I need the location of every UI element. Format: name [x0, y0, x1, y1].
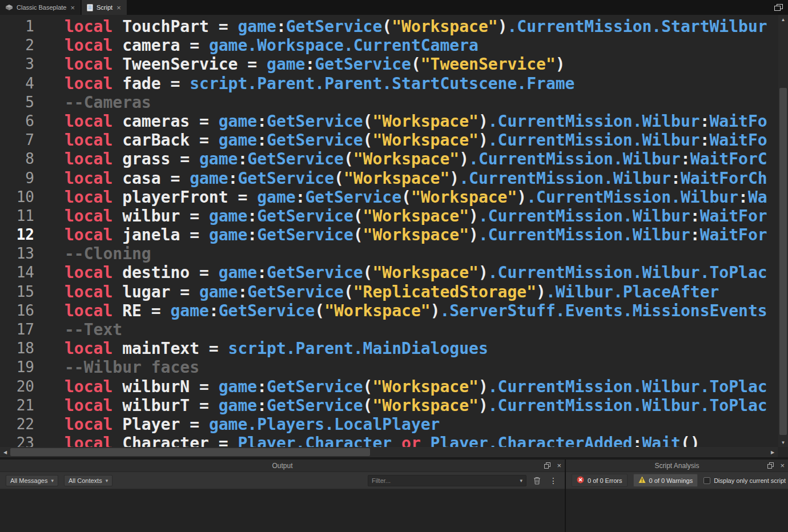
- script-analysis-panel: Script Analysis × 0 of 0 Errors 0 of 0 W…: [566, 460, 788, 532]
- output-panel-header: Output ×: [0, 460, 565, 472]
- errors-count-label: 0 of 0 Errors: [588, 477, 622, 484]
- line-number: 18: [0, 339, 60, 358]
- tabbar-spacer: [128, 0, 769, 15]
- code-line[interactable]: 16local RE = game:GetService("Workspace"…: [0, 301, 788, 320]
- line-number: 2: [0, 36, 60, 55]
- code-line[interactable]: 4local fade = script.Parent.Parent.Start…: [0, 74, 788, 93]
- code-line[interactable]: 22local Player = game.Players.LocalPlaye…: [0, 415, 788, 434]
- code-text: --Cameras: [60, 93, 151, 112]
- code-line[interactable]: 20local wilburN = game:GetService("Works…: [0, 377, 788, 396]
- code-line[interactable]: 21local wilburT = game:GetService("Works…: [0, 396, 788, 415]
- window-layout-icon[interactable]: [769, 0, 788, 15]
- message-filter-dropdown[interactable]: All Messages ▾: [6, 475, 58, 486]
- code-text: local Player = game.Players.LocalPlayer: [60, 415, 440, 434]
- line-number: 20: [0, 377, 60, 396]
- checkbox-label[interactable]: Display only current script: [714, 477, 786, 484]
- line-number: 9: [0, 169, 60, 188]
- code-editor[interactable]: 1local TouchPart = game:GetService("Work…: [0, 15, 788, 447]
- code-text: --Wilbur faces: [60, 358, 199, 377]
- vertical-scrollbar[interactable]: ▲ ▼: [778, 15, 788, 447]
- code-line[interactable]: 10local playerFront = game:GetService("W…: [0, 188, 788, 207]
- close-icon[interactable]: ×: [116, 4, 122, 11]
- code-text: --Cloning: [60, 244, 151, 263]
- output-toolbar: All Messages ▾ All Contexts ▾ ▾ ⋮: [0, 472, 565, 489]
- code-text: --Text: [60, 320, 122, 339]
- more-options-icon[interactable]: ⋮: [548, 477, 559, 485]
- context-filter-dropdown[interactable]: All Contexts ▾: [64, 475, 112, 486]
- code-line[interactable]: 9local casa = game:GetService("Workspace…: [0, 169, 788, 188]
- scroll-right-arrow-icon[interactable]: ▶: [767, 447, 778, 457]
- panel-title: Script Analysis: [566, 462, 788, 470]
- code-line[interactable]: 8local grass = game:GetService("Workspac…: [0, 150, 788, 168]
- horizontal-scroll-thumb[interactable]: [10, 448, 370, 456]
- code-line[interactable]: 6local cameras = game:GetService("Worksp…: [0, 112, 788, 131]
- line-number: 17: [0, 320, 60, 339]
- code-text: local wilburN = game:GetService("Workspa…: [60, 377, 767, 396]
- close-panel-icon[interactable]: ×: [557, 462, 561, 469]
- code-text: local grass = game:GetService("Workspace…: [60, 150, 767, 168]
- line-number: 21: [0, 396, 60, 415]
- code-line[interactable]: 1local TouchPart = game:GetService("Work…: [0, 17, 788, 36]
- script-analysis-toolbar: 0 of 0 Errors 0 of 0 Warnings Display on…: [566, 472, 788, 489]
- code-line[interactable]: 19--Wilbur faces: [0, 358, 788, 377]
- code-line[interactable]: 11local wilbur = game:GetService("Worksp…: [0, 207, 788, 225]
- output-log-area: [0, 489, 565, 532]
- code-line[interactable]: 15local lugar = game:GetService("Replica…: [0, 283, 788, 301]
- horizontal-scroll-track[interactable]: [10, 447, 767, 457]
- vertical-scroll-thumb[interactable]: [779, 88, 787, 435]
- code-text: local TweenService = game:GetService("Tw…: [60, 55, 565, 74]
- warnings-filter-button[interactable]: 0 of 0 Warnings: [633, 474, 698, 487]
- line-number: 22: [0, 415, 60, 434]
- code-text: local RE = game:GetService("Workspace").…: [60, 301, 767, 320]
- tab-script[interactable]: Script ×: [82, 0, 127, 15]
- code-line[interactable]: 7local carBack = game:GetService("Worksp…: [0, 131, 788, 150]
- line-number: 1: [0, 17, 60, 36]
- tab-classic-baseplate[interactable]: Classic Baseplate ×: [0, 0, 81, 15]
- horizontal-scrollbar[interactable]: ◀ ▶: [0, 447, 778, 457]
- code-text: local playerFront = game:GetService("Wor…: [60, 188, 767, 207]
- code-text: local camera = game.Workspace.CurrentCam…: [60, 36, 479, 55]
- float-panel-icon[interactable]: [543, 461, 552, 470]
- horizontal-scrollbar-row: ◀ ▶: [0, 447, 788, 457]
- code-line[interactable]: 5--Cameras: [0, 93, 788, 112]
- tab-bar: Classic Baseplate × Script ×: [0, 0, 788, 15]
- line-number: 14: [0, 263, 60, 282]
- code-line[interactable]: 13--Cloning: [0, 244, 788, 263]
- warnings-count-label: 0 of 0 Warnings: [649, 477, 693, 484]
- code-line[interactable]: 12local janela = game:GetService("Worksp…: [0, 225, 788, 244]
- line-number: 3: [0, 55, 60, 74]
- clear-output-trash-icon[interactable]: [532, 475, 542, 486]
- checkbox[interactable]: [703, 477, 710, 484]
- scroll-up-arrow-icon[interactable]: ▲: [778, 15, 788, 24]
- close-panel-icon[interactable]: ×: [780, 462, 785, 469]
- dropdown-label: All Messages: [10, 477, 47, 484]
- code-text: local fade = script.Parent.Parent.StartC…: [60, 74, 574, 93]
- float-panel-icon[interactable]: [766, 461, 775, 470]
- panel-title: Output: [0, 462, 565, 470]
- code-line[interactable]: 18local mainText = script.Parent.MainDia…: [0, 339, 788, 358]
- line-number: 19: [0, 358, 60, 377]
- script-icon: [87, 4, 93, 11]
- code-line[interactable]: 3local TweenService = game:GetService("T…: [0, 55, 788, 74]
- scroll-left-arrow-icon[interactable]: ◀: [0, 447, 10, 457]
- filter-input[interactable]: [372, 477, 517, 484]
- chevron-down-icon[interactable]: ▾: [520, 478, 522, 483]
- line-number: 16: [0, 301, 60, 320]
- script-analysis-header: Script Analysis ×: [566, 460, 788, 472]
- filter-field[interactable]: ▾: [368, 475, 526, 486]
- code-line[interactable]: 17--Text: [0, 320, 788, 339]
- errors-filter-button[interactable]: 0 of 0 Errors: [572, 474, 628, 487]
- code-line[interactable]: 14local destino = game:GetService("Works…: [0, 263, 788, 282]
- output-panel: Output × All Messages ▾ All Contexts ▾ ▾: [0, 460, 565, 532]
- script-analysis-results-area: [566, 489, 788, 532]
- line-number: 13: [0, 244, 60, 263]
- code-line[interactable]: 2local camera = game.Workspace.CurrentCa…: [0, 36, 788, 55]
- code-text: local TouchPart = game:GetService("Works…: [60, 17, 767, 36]
- error-icon: [577, 476, 584, 485]
- scroll-down-arrow-icon[interactable]: ▼: [778, 438, 788, 447]
- close-icon[interactable]: ×: [70, 4, 75, 11]
- code-line[interactable]: 23local Character = Player.Character or …: [0, 434, 788, 447]
- current-script-filter[interactable]: Display only current script: [703, 477, 786, 484]
- bottom-panels: Output × All Messages ▾ All Contexts ▾ ▾: [0, 460, 788, 532]
- baseplate-icon: [5, 4, 13, 11]
